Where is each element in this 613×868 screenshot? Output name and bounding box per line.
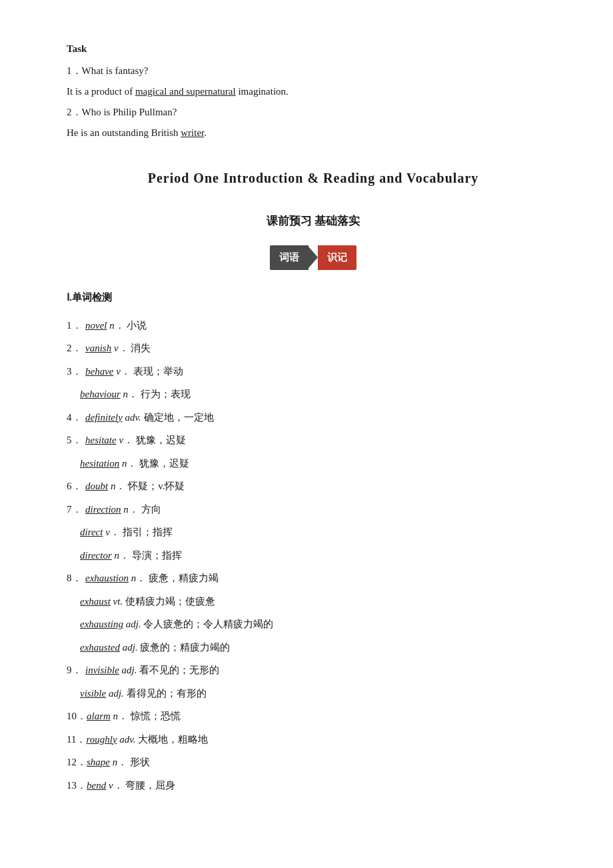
vocab-submeaning: 导演；指挥 bbox=[132, 550, 182, 561]
vocab-word-11: roughly bbox=[86, 730, 117, 749]
task-answer-1: It is a product of magical and supernatu… bbox=[67, 83, 560, 101]
vocab-item-2: 2．vanish v． 消失 bbox=[67, 339, 560, 358]
vocab-meaning-1: 小说 bbox=[127, 316, 147, 335]
vocab-pos-8: n． bbox=[129, 569, 149, 588]
vocab-word-13: bend bbox=[87, 776, 106, 795]
a2-suffix: . bbox=[204, 127, 207, 138]
task-question-2: 2．Who is Philip Pullman? bbox=[67, 103, 560, 121]
vocab-meaning-12: 形状 bbox=[130, 753, 150, 772]
vocab-word-12: shape bbox=[87, 753, 110, 772]
a1-underline: magical and supernatural bbox=[135, 86, 236, 97]
vocab-submeaning: 行为；表现 bbox=[141, 389, 191, 399]
vocab-item-7: 7．direction n． 方向 bbox=[67, 500, 560, 519]
vocab-subpos: adj. bbox=[120, 642, 140, 653]
vocab-pos-1: n． bbox=[107, 316, 127, 335]
vocab-submeaning: 使精疲力竭；使疲惫 bbox=[125, 596, 215, 607]
vocab-num-2: 2． bbox=[67, 339, 85, 358]
vocab-subword: exhausted bbox=[80, 642, 120, 653]
vocab-pos-12: n． bbox=[110, 753, 130, 772]
vocab-meaning-11: 大概地，粗略地 bbox=[138, 730, 208, 749]
vocab-num-9: 9． bbox=[67, 661, 85, 680]
vocab-num-13: 13． bbox=[67, 776, 87, 795]
vocab-word-5: hesitate bbox=[85, 431, 117, 450]
vocab-list: 1．novel n． 小说2．vanish v． 消失3．behave v． 表… bbox=[67, 316, 560, 795]
vocab-pos-10: n． bbox=[111, 707, 131, 726]
vocab-subpos: v． bbox=[103, 527, 122, 537]
vocab-subword: visible bbox=[80, 688, 106, 699]
vocab-subitem-8-2: exhausting adj. 令人疲惫的；令人精疲力竭的 bbox=[67, 615, 560, 634]
vocab-submeaning: 看得见的；有形的 bbox=[127, 688, 207, 699]
vocab-subitem-8-3: exhausted adj. 疲惫的；精疲力竭的 bbox=[67, 638, 560, 657]
vocab-meaning-4: 确定地，一定地 bbox=[144, 408, 214, 427]
vocab-num-4: 4． bbox=[67, 408, 85, 427]
task-answer-2: He is an outstanding British writer. bbox=[67, 124, 560, 142]
vocab-pos-3: v． bbox=[113, 362, 133, 381]
vocab-subword: hesitation bbox=[80, 458, 119, 469]
vocab-num-3: 3． bbox=[67, 362, 85, 381]
vocab-badge: 词语 识记 bbox=[270, 245, 356, 270]
vocab-subword: behaviour bbox=[80, 389, 121, 399]
vocab-word-4: definitely bbox=[85, 408, 123, 427]
vocab-submeaning: 令人疲惫的；令人精疲力竭的 bbox=[143, 619, 273, 629]
badge-left: 词语 bbox=[270, 245, 308, 270]
vocab-item-5: 5．hesitate v． 犹豫，迟疑 bbox=[67, 431, 560, 450]
vocab-item-1: 1．novel n． 小说 bbox=[67, 316, 560, 335]
vocab-meaning-7: 方向 bbox=[141, 500, 161, 519]
vocab-subword: exhaust bbox=[80, 596, 111, 607]
vocab-subitem-5-1: hesitation n． 犹豫，迟疑 bbox=[67, 454, 560, 473]
vocab-word-10: alarm bbox=[87, 707, 111, 726]
vocab-item-13: 13．bend v． 弯腰，屈身 bbox=[67, 776, 560, 795]
vocab-num-1: 1． bbox=[67, 316, 85, 335]
badge-arrow-icon bbox=[308, 247, 318, 268]
vocab-submeaning: 疲惫的；精疲力竭的 bbox=[140, 642, 230, 653]
vocab-item-12: 12．shape n． 形状 bbox=[67, 753, 560, 772]
vocab-num-11: 11． bbox=[67, 730, 86, 749]
vocab-subpos: adj. bbox=[106, 688, 126, 699]
vocab-subitem-9-1: visible adj. 看得见的；有形的 bbox=[67, 684, 560, 703]
vocab-pos-2: v． bbox=[111, 339, 131, 358]
vocab-badge-container: 词语 识记 bbox=[67, 245, 560, 270]
vocab-subitem-8-1: exhaust vt. 使精疲力竭；使疲惫 bbox=[67, 592, 560, 611]
vocab-item-8: 8．exhaustion n． 疲惫，精疲力竭 bbox=[67, 569, 560, 588]
vocab-meaning-3: 表现；举动 bbox=[133, 362, 183, 381]
a1-suffix: imagination. bbox=[236, 86, 289, 97]
vocab-section-title: Ⅰ.单词检测 bbox=[67, 289, 560, 307]
vocab-meaning-6: 怀疑；v.怀疑 bbox=[128, 477, 185, 496]
vocab-word-6: doubt bbox=[85, 477, 108, 496]
vocab-subpos: n． bbox=[119, 458, 139, 469]
vocab-item-4: 4．definitely adv. 确定地，一定地 bbox=[67, 408, 560, 427]
vocab-subpos: vt. bbox=[111, 596, 125, 607]
vocab-num-8: 8． bbox=[67, 569, 85, 588]
vocab-pos-7: n． bbox=[121, 500, 141, 519]
vocab-subword: director bbox=[80, 550, 112, 561]
vocab-num-7: 7． bbox=[67, 500, 85, 519]
vocab-subpos: n． bbox=[121, 389, 141, 399]
task-title: Task bbox=[67, 40, 560, 58]
a1-prefix: It is a product of bbox=[67, 86, 135, 97]
vocab-word-1: novel bbox=[85, 316, 107, 335]
vocab-subitem-3-1: behaviour n． 行为；表现 bbox=[67, 385, 560, 404]
vocab-subitem-7-2: director n． 导演；指挥 bbox=[67, 546, 560, 565]
vocab-pos-5: v． bbox=[117, 431, 136, 450]
vocab-submeaning: 指引；指挥 bbox=[123, 527, 173, 537]
vocab-subword: direct bbox=[80, 527, 103, 537]
vocab-pos-4: adv. bbox=[123, 408, 144, 427]
vocab-submeaning: 犹豫，迟疑 bbox=[139, 458, 189, 469]
vocab-word-2: vanish bbox=[85, 339, 111, 358]
vocab-meaning-8: 疲惫，精疲力竭 bbox=[149, 569, 219, 588]
vocab-word-3: behave bbox=[85, 362, 113, 381]
task-section: Task 1．What is fantasy? It is a product … bbox=[67, 40, 560, 142]
vocab-meaning-2: 消失 bbox=[131, 339, 151, 358]
vocab-word-7: direction bbox=[85, 500, 121, 519]
vocab-pos-9: adj. bbox=[119, 661, 139, 680]
section-subtitle: 课前预习 基础落实 bbox=[67, 211, 560, 232]
vocab-num-10: 10． bbox=[67, 707, 87, 726]
vocab-item-3: 3．behave v． 表现；举动 bbox=[67, 362, 560, 381]
vocab-num-12: 12． bbox=[67, 753, 87, 772]
vocab-meaning-13: 弯腰，屈身 bbox=[125, 776, 175, 795]
vocab-subitem-7-1: direct v． 指引；指挥 bbox=[67, 523, 560, 542]
q1-text: 1．What is fantasy? bbox=[67, 65, 148, 76]
vocab-meaning-10: 惊慌；恐慌 bbox=[131, 707, 181, 726]
vocab-item-10: 10．alarm n． 惊慌；恐慌 bbox=[67, 707, 560, 726]
badge-right: 识记 bbox=[318, 245, 356, 270]
